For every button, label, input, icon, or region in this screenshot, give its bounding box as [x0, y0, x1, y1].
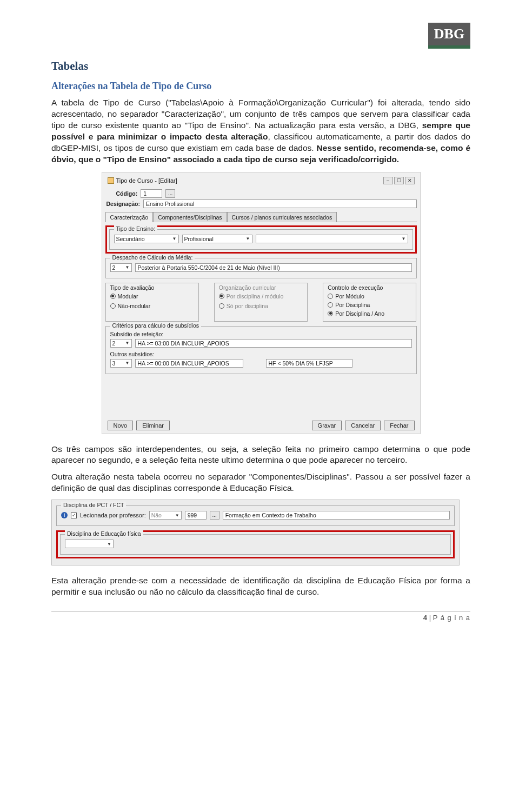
despacho-title: Despacho de Cálculo da Média: [110, 254, 195, 261]
despacho-text: Posterior à Portaria 550-C/2004 de 21 de… [135, 263, 412, 272]
despacho-group: Despacho de Cálculo da Média: 2▼ Posteri… [105, 258, 417, 278]
radio-pordisciplina[interactable]: Por Disciplina [328, 302, 411, 308]
info-icon: i [61, 512, 68, 518]
novo-button[interactable]: Novo [108, 421, 134, 430]
brand-logo-text: DBG [428, 23, 470, 45]
tabs: Caracterização Componentes/Disciplinas C… [105, 211, 417, 222]
tipo-ensino-highlight: Tipo de Ensino: Secundário▼ Profissional… [105, 225, 417, 254]
paragraph-3: Outra alteração nesta tabela ocorreu no … [51, 471, 470, 494]
chevron-down-icon: ▼ [172, 236, 177, 241]
disciplina-desc: Formação em Contexto de Trabalho [223, 511, 450, 520]
chevron-down-icon: ▼ [402, 236, 406, 241]
lecionada-label: Lecionada por professor: [80, 512, 146, 518]
paragraph-4: Esta alteração prende-se com a necessida… [51, 575, 470, 598]
tipo-ensino-select-2[interactable]: Profissional▼ [182, 235, 252, 243]
col3-title: Controlo de execução [328, 284, 411, 291]
tab-cursos[interactable]: Cursos / planos curriculares associados [227, 212, 337, 222]
edfisica-highlight: Disciplina de Educação física ▼ [56, 530, 455, 558]
tab-caracterizacao[interactable]: Caracterização [105, 212, 154, 222]
window-icon [108, 177, 114, 184]
disciplina-lookup-button[interactable]: ... [210, 511, 219, 520]
para1-text-a: A tabela de Tipo de Curso ("Tabelas\Apoi… [51, 98, 470, 130]
tipo-ensino-select-1[interactable]: Secundário▼ [114, 235, 179, 243]
dialog-tipo-curso: Tipo de Curso - [Editar] – ☐ ✕ Código: 1… [102, 172, 421, 434]
radio-pordisciplina-ano[interactable]: Por Disciplina / Ano [328, 310, 411, 317]
gravar-button[interactable]: Gravar [312, 421, 342, 430]
design-field[interactable]: Ensino Profissional [143, 199, 417, 208]
criterios-group: Critérios para cálculo de subsídios Subs… [105, 326, 417, 374]
dialog-titlebar: Tipo de Curso - [Editar] – ☐ ✕ [105, 176, 417, 188]
col2-title: Organização curricular [219, 284, 303, 291]
chevron-down-icon: ▼ [246, 236, 250, 241]
sub-ref-text: HA >= 03:00 DIA INCLUIR_APOIOS [135, 339, 412, 348]
radio-sop-disciplina: Só por disciplina [219, 303, 303, 309]
dialog-disciplina: Disciplina de PCT / FCT i ✓ Lecionada po… [51, 500, 460, 565]
paragraph-1: A tabela de Tipo de Curso ("Tabelas\Apoi… [51, 97, 470, 165]
criterios-title: Critérios para cálculo de subsídios [110, 322, 202, 329]
subsidio-refeicao-label: Subsídio de refeição: [110, 331, 412, 337]
radio-modular[interactable]: Modular [110, 293, 194, 299]
page-number: 4 [423, 614, 427, 622]
edfisica-select[interactable]: ▼ [65, 540, 114, 548]
outros-label: Outros subsídios: [110, 351, 412, 357]
codigo-field[interactable]: 1 [141, 189, 162, 198]
radio-pormodulo[interactable]: Por Módulo [328, 293, 411, 299]
tipo-ensino-select-3[interactable]: ▼ [256, 235, 408, 243]
pct-group-title: Disciplina de PCT / FCT [61, 502, 126, 508]
maximize-button[interactable]: ☐ [394, 177, 404, 184]
heading-tabelas: Tabelas [51, 59, 470, 73]
page-label: P á g i n a [433, 614, 470, 622]
fechar-button[interactable]: Fechar [384, 421, 414, 430]
cancelar-button[interactable]: Cancelar [345, 421, 381, 430]
dialog-buttons: Novo Eliminar Gravar Cancelar Fechar [105, 421, 417, 430]
col1-title: Tipo de avaliação [110, 284, 194, 291]
outros-text2: HF < 50% DIA 5% LFJSP [266, 359, 352, 368]
lecionada-checkbox[interactable]: ✓ [71, 513, 77, 518]
codigo-label: Código: [116, 190, 138, 197]
lecionada-select: Não▼ [149, 511, 182, 520]
radio-naomodular[interactable]: Não-modular [110, 303, 194, 309]
dialog-title: Tipo de Curso - [Editar] [116, 177, 177, 184]
page-footer: 4 | P á g i n a [51, 611, 470, 622]
radio-pordisciplina-modulo: Por disciplina / módulo [219, 293, 303, 299]
heading-alteracoes: Alterações na Tabela de Tipo de Curso [51, 81, 470, 92]
outros-num-select[interactable]: 3▼ [110, 359, 132, 368]
options-columns: Tipo de avaliação Modular Não-modular Or… [105, 283, 417, 322]
close-button[interactable]: ✕ [405, 177, 415, 184]
eliminar-button[interactable]: Eliminar [136, 421, 170, 430]
tab-componentes[interactable]: Componentes/Disciplinas [153, 212, 227, 222]
edfisica-group-title: Disciplina de Educação física [65, 530, 143, 537]
paragraph-2: Os três campos são interdependentes, ou … [51, 444, 470, 467]
minimize-button[interactable]: – [383, 177, 393, 184]
sub-ref-num-select[interactable]: 2▼ [110, 339, 132, 348]
codigo-lookup-button[interactable]: ... [165, 189, 175, 198]
outros-text1: HA >= 00:00 DIA INCLUIR_APOIOS [135, 359, 243, 368]
design-label: Designação: [107, 201, 140, 207]
brand-logo: DBG [428, 23, 470, 49]
tipo-ensino-label: Tipo de Ensino: [114, 225, 158, 232]
despacho-num-select[interactable]: 2▼ [110, 263, 132, 272]
disciplina-code[interactable]: 999 [185, 511, 207, 520]
